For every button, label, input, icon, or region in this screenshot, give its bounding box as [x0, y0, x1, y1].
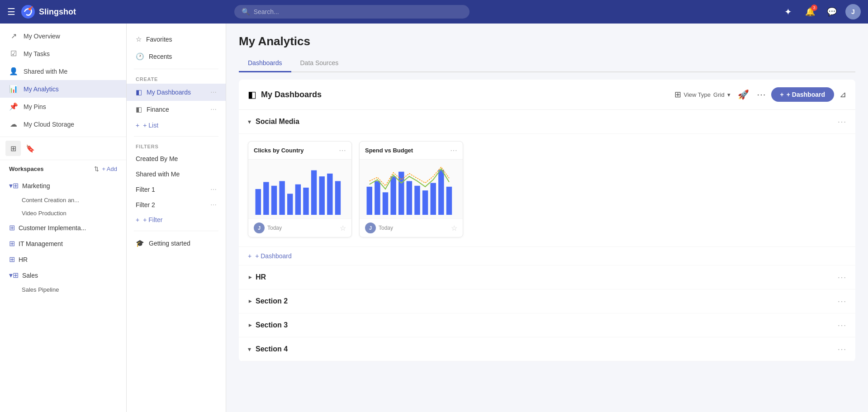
add-dashboard-inline-icon: +	[248, 252, 251, 260]
svg-rect-19	[414, 186, 420, 215]
svg-rect-15	[383, 192, 388, 215]
section-hr-more[interactable]: ⋯	[837, 272, 846, 283]
add-dashboard-button[interactable]: + + Dashboard	[771, 87, 834, 102]
sidebar-item-pins[interactable]: 📌 My Pins	[0, 98, 126, 115]
workspace-item-sales[interactable]: ▾⊞ Sales ⋯	[0, 267, 126, 283]
sidebar-item-shared[interactable]: 👤 Shared with Me	[0, 62, 126, 80]
panel-item-recents[interactable]: 🕐 Recents	[127, 48, 226, 65]
hamburger-button[interactable]: ☰	[7, 6, 15, 17]
filter-button[interactable]: ⊿	[840, 90, 846, 99]
sidebar-item-analytics[interactable]: 📊 My Analytics	[0, 80, 126, 98]
svg-rect-16	[390, 176, 396, 215]
logo-area: Slingshot	[21, 5, 76, 19]
tab-data-sources[interactable]: Data Sources	[291, 56, 348, 72]
dashboards-area-icon: ◧	[248, 89, 256, 100]
sidebar-navigation: ↗ My Overview ☑ My Tasks 👤 Shared with M…	[0, 24, 126, 137]
card-clicks-more[interactable]: ⋯	[339, 146, 346, 155]
section-3-more[interactable]: ⋯	[837, 320, 846, 331]
overview-icon: ↗	[9, 32, 18, 40]
bookmark-icon: 🔖	[26, 144, 35, 153]
filter2-more[interactable]: ⋯	[210, 201, 217, 208]
sidebar-item-tasks[interactable]: ☑ My Tasks	[0, 45, 126, 62]
svg-rect-4	[271, 186, 277, 215]
sort-workspaces-button[interactable]: ⇅	[94, 166, 99, 172]
panel-item-favorites[interactable]: ☆ Favorites	[127, 31, 226, 48]
workspace-item-customer[interactable]: ⊞ Customer Implementa... ⋯	[0, 220, 126, 236]
rocket-icon: 🚀	[738, 90, 749, 99]
section-2-more[interactable]: ⋯	[837, 296, 846, 307]
notifications-button[interactable]: 🔔 3	[802, 4, 818, 20]
section-hr-header[interactable]: ▾ HR ⋯	[239, 265, 855, 289]
svg-rect-5	[279, 181, 285, 215]
add-dashboard-inline-row[interactable]: + + Dashboard	[239, 247, 855, 265]
workspace-child-video[interactable]: Video Production ⋯	[0, 207, 126, 220]
finance-more[interactable]: ⋯	[210, 106, 217, 113]
workspace-child-content[interactable]: Content Creation an... ⋯	[0, 194, 126, 207]
card-clicks-star[interactable]: ☆	[340, 224, 346, 232]
panel-label-favorites: Favorites	[146, 36, 172, 43]
workspace-item-hr[interactable]: ⊞ HR ⋯	[0, 251, 126, 267]
more-options-button[interactable]: ⋯	[757, 89, 766, 100]
card-clicks-header: Clicks by Country ⋯	[248, 142, 351, 160]
card-spend-more[interactable]: ⋯	[450, 146, 457, 155]
section-social-media-header[interactable]: ▾ Social Media ⋯	[239, 110, 855, 134]
sidebar-label-pins: My Pins	[24, 103, 46, 110]
workspace-item-it[interactable]: ⊞ IT Management ⋯	[0, 236, 126, 251]
svg-rect-10	[319, 176, 324, 215]
panel-item-getting-started[interactable]: 🎓 Getting started	[127, 235, 226, 252]
section-social-media-more[interactable]: ⋯	[837, 116, 846, 127]
svg-rect-12	[335, 181, 341, 215]
filter-item-created-by-me[interactable]: Created By Me	[127, 151, 226, 166]
filter-item-filter1[interactable]: Filter 1 ⋯	[127, 182, 226, 197]
section-2-header[interactable]: ▾ Section 2 ⋯	[239, 289, 855, 313]
my-dashboards-more[interactable]: ⋯	[210, 89, 217, 96]
sidebar-label-overview: My Overview	[24, 33, 60, 40]
add-workspace-button[interactable]: + Add	[102, 166, 117, 172]
workspace-icon-hr: ⊞	[9, 255, 15, 264]
sparkle-button[interactable]: ✦	[780, 4, 797, 20]
card-clicks-date: Today	[267, 225, 340, 231]
panel-label-finance: Finance	[147, 106, 169, 113]
layers-icon: ⊞	[10, 144, 16, 153]
messages-button[interactable]: 💬	[824, 4, 840, 20]
workspace-label-customer: Customer Implementa...	[19, 224, 86, 232]
add-filter-button[interactable]: + + Filter	[127, 213, 226, 227]
tab-dashboards[interactable]: Dashboards	[239, 56, 291, 72]
workspace-icon-sales: ▾⊞	[9, 271, 19, 279]
workspace-child-pipeline[interactable]: Sales Pipeline ⋯	[0, 283, 126, 296]
card-spend-header: Spend vs Budget ⋯	[360, 142, 463, 160]
workspace-actions: ⇅ + Add	[94, 166, 117, 172]
search-input[interactable]	[254, 8, 462, 15]
left-sidebar: ↗ My Overview ☑ My Tasks 👤 Shared with M…	[0, 24, 127, 412]
section4-chevron-icon: ▾	[248, 346, 251, 353]
user-avatar[interactable]: J	[845, 4, 861, 19]
main-content: My Analytics Dashboards Data Sources ◧ M…	[226, 24, 868, 412]
page-title: My Analytics	[239, 34, 855, 48]
sidebar-item-cloud[interactable]: ☁ My Cloud Storage	[0, 115, 126, 133]
section-3-header[interactable]: ▾ Section 3 ⋯	[239, 313, 855, 337]
filter1-more[interactable]: ⋯	[210, 186, 217, 193]
filter-item-shared-with-me[interactable]: Shared with Me	[127, 166, 226, 182]
panel-item-my-dashboards[interactable]: ◧ My Dashboards ⋯	[127, 84, 226, 101]
sidebar-item-overview[interactable]: ↗ My Overview	[0, 27, 126, 45]
recents-icon: 🕐	[136, 52, 144, 61]
panel-item-finance[interactable]: ◧ Finance ⋯	[127, 101, 226, 118]
filter-label-shared-with-me: Shared with Me	[136, 170, 180, 178]
filter-label-filter2: Filter 2	[136, 201, 155, 208]
rocket-button[interactable]: 🚀	[736, 87, 751, 102]
workspace-tab-bookmark[interactable]: 🔖	[23, 141, 38, 156]
section-4-more[interactable]: ⋯	[837, 344, 846, 355]
card-spend-star[interactable]: ☆	[451, 224, 457, 232]
panel-label-recents: Recents	[149, 53, 172, 60]
search-bar[interactable]: 🔍	[234, 5, 470, 19]
view-type-button[interactable]: ⊞ View Type Grid ▾	[674, 90, 730, 99]
panel-label-getting-started: Getting started	[149, 240, 190, 247]
section-4-header[interactable]: ▾ Section 4 ⋯	[239, 337, 855, 361]
slingshot-logo-icon	[21, 5, 35, 19]
add-list-button[interactable]: + + List	[127, 118, 226, 133]
workspace-item-marketing[interactable]: ▾⊞ Marketing ⋯	[0, 178, 126, 194]
filter-item-filter2[interactable]: Filter 2 ⋯	[127, 197, 226, 213]
social-media-cards: Clicks by Country ⋯	[239, 134, 855, 247]
card-clicks-avatar: J	[254, 223, 265, 233]
workspace-tab-layers[interactable]: ⊞	[5, 141, 21, 156]
